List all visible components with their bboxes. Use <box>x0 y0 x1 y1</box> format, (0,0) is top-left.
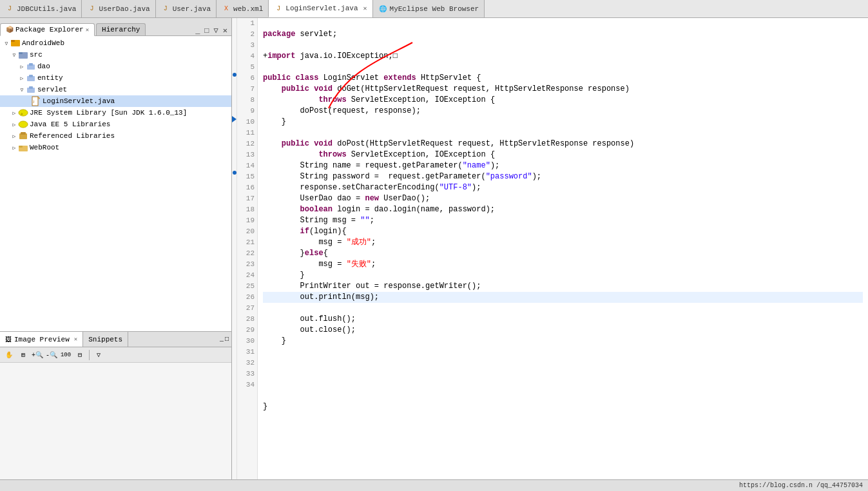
tab-image-preview[interactable]: 🖼 Image Preview ✕ <box>0 332 83 347</box>
tab-package-explorer[interactable]: 📦 Package Explorer ✕ <box>0 23 95 36</box>
expand-arrow: ▷ <box>10 145 18 151</box>
code-line-16: UserDao dao = new UserDao(); <box>263 194 430 203</box>
code-line-20: msg = "成功"; <box>263 238 376 247</box>
svg-rect-7 <box>29 75 33 77</box>
main-area: 📦 Package Explorer ✕ Hierarchy _ □ ▽ ✕ ▽ <box>0 18 868 479</box>
maximize-icon[interactable]: □ <box>225 336 229 343</box>
breakpoint-indicator <box>233 73 236 77</box>
tree-item-entity[interactable]: ▷ entity <box>0 72 231 84</box>
code-scroll[interactable]: 1 2 3 4 5 6 7 8 9 10 11 12 13 14 15 16 1… <box>232 18 868 479</box>
divider <box>89 350 90 360</box>
dropdown-button[interactable]: ▽ <box>92 349 105 361</box>
fit-tool-button[interactable]: ⊞ <box>17 349 30 361</box>
view-menu-icon[interactable]: ▽ <box>213 26 220 35</box>
folder-icon <box>18 142 28 153</box>
tab-webxml[interactable]: X web.xml <box>216 0 269 17</box>
bottom-panel-toolbar: ✋ ⊞ +🔍 -🔍 100 ⊟ ▽ <box>0 347 231 363</box>
left-panel: 📦 Package Explorer ✕ Hierarchy _ □ ▽ ✕ ▽ <box>0 18 232 479</box>
tab-userdao[interactable]: J UserDao.java <box>81 0 155 17</box>
code-line-30 <box>263 358 267 367</box>
code-line-21: }else{ <box>263 249 328 258</box>
expand-arrow: ▷ <box>18 75 26 81</box>
tree-item-loginservlet[interactable]: J LoginServlet.java <box>0 95 231 107</box>
tree-item-androidweb[interactable]: ▽ AndroidWeb <box>0 37 231 49</box>
bottom-left-panel: 🖼 Image Preview ✕ Snippets _ □ ✋ ⊞ +🔍 -🔍… <box>0 331 231 479</box>
fit-window-button[interactable]: ⊟ <box>73 349 86 361</box>
tree-item-dao[interactable]: ▷ dao <box>0 61 231 72</box>
code-line-24: PrintWriter out = response.getWriter(); <box>263 282 481 291</box>
code-line-14: String password = request.getParameter("… <box>263 172 541 181</box>
code-line-12: throws ServletException, IOException { <box>263 150 495 159</box>
tree-item-webroot[interactable]: ▷ WebRoot <box>0 142 231 153</box>
tree-item-jre[interactable]: ▷ ☕ JRE System Library [Sun JDK 1.6.0_13… <box>0 107 231 119</box>
maximize-icon[interactable]: □ <box>203 26 210 35</box>
zoom-in-button[interactable]: +🔍 <box>31 349 44 361</box>
tree-item-src[interactable]: ▽ src <box>0 49 231 61</box>
zoom-100-button[interactable]: 100 <box>59 349 72 361</box>
code-line-11: public void doPost(HttpServletRequest re… <box>263 139 634 148</box>
code-editor: 1 2 3 4 5 6 7 8 9 10 11 12 13 14 15 16 1… <box>232 18 868 479</box>
svg-rect-9 <box>29 86 33 89</box>
code-line-17: boolean login = dao.login(name, password… <box>263 205 495 214</box>
code-line-22: msg = "失败"; <box>263 260 376 269</box>
close-panel-icon[interactable]: ✕ <box>222 26 229 35</box>
code-line-4 <box>263 63 267 72</box>
tree-item-servlet[interactable]: ▽ servlet <box>0 84 231 95</box>
code-line-3: +import java.io.IOException;□ <box>263 52 398 61</box>
line-numbers: 1 2 3 4 5 6 7 8 9 10 11 12 13 14 15 16 1… <box>237 18 258 479</box>
svg-rect-1 <box>11 40 15 42</box>
expand-arrow: ▷ <box>10 133 18 139</box>
browser-icon: 🌐 <box>378 5 387 14</box>
code-line-2 <box>263 41 267 50</box>
expand-arrow: ▽ <box>18 87 26 93</box>
tab-snippets[interactable]: Snippets <box>83 332 128 347</box>
tab-user[interactable]: J User.java <box>155 0 217 17</box>
tree-item-reflibs[interactable]: ▷ Referenced Libraries <box>0 130 231 142</box>
xml-icon: X <box>222 5 231 14</box>
code-line-15: response.setCharacterEncoding("UTF-8"); <box>263 183 481 192</box>
tab-hierarchy[interactable]: Hierarchy <box>96 23 146 35</box>
src-folder-icon <box>18 50 28 60</box>
status-bar: https://blog.csdn.n /qq_44757034 <box>0 479 868 491</box>
svg-rect-20 <box>19 146 23 148</box>
code-line-31 <box>263 369 267 378</box>
code-line-23: } <box>263 271 305 280</box>
code-line-9: } <box>263 117 286 126</box>
code-line-25: out.println(msg); <box>263 292 863 303</box>
tab-jdbcutils[interactable]: J JDBCUtils.java <box>0 0 82 17</box>
image-icon: 🖼 <box>5 336 12 343</box>
tab-close-icon[interactable]: ✕ <box>86 26 89 34</box>
code-line-28: } <box>263 336 286 345</box>
package-icon <box>26 61 36 72</box>
library-icon <box>18 131 28 141</box>
tab-bar: J JDBCUtils.java J UserDao.java J User.j… <box>0 0 868 18</box>
minimize-icon[interactable]: _ <box>194 26 201 35</box>
tree-item-javaee[interactable]: ▷ Java EE 5 Libraries <box>0 119 231 130</box>
expand-arrow: ▽ <box>3 41 10 46</box>
tab-loginservlet[interactable]: J LoginServlet.java ✕ <box>268 0 372 17</box>
code-line-10 <box>263 128 267 137</box>
package-icon <box>26 73 36 83</box>
svg-rect-18 <box>21 132 26 135</box>
bottom-panel-tabs: 🖼 Image Preview ✕ Snippets _ □ <box>0 332 231 347</box>
code-line-26: out.flush(); <box>263 314 356 323</box>
code-line-34: } <box>263 402 267 411</box>
code-line-32 <box>263 380 267 389</box>
library-icon <box>18 119 28 130</box>
svg-rect-5 <box>29 63 33 66</box>
tab-myeclipse[interactable]: 🌐 MyEclipse Web Browser <box>372 0 485 17</box>
tab-close-icon[interactable]: ✕ <box>363 5 367 12</box>
code-line-5: public class LoginServlet extends HttpSe… <box>263 73 481 82</box>
tree-view: ▽ AndroidWeb ▽ src ▷ <box>0 36 231 331</box>
hand-tool-button[interactable]: ✋ <box>3 349 15 361</box>
code-line-1: package servlet; <box>263 30 337 39</box>
margin-bar <box>232 18 237 479</box>
minimize-icon[interactable]: _ <box>220 336 224 343</box>
zoom-out-button[interactable]: -🔍 <box>45 349 58 361</box>
status-text: https://blog.csdn.n /qq_44757034 <box>739 482 863 489</box>
close-icon[interactable]: ✕ <box>74 336 77 343</box>
package-explorer-icon: 📦 <box>6 26 14 34</box>
code-line-19: if(login){ <box>263 227 347 236</box>
execution-arrow <box>232 116 236 122</box>
code-content[interactable]: package servlet; +import java.io.IOExcep… <box>258 18 868 479</box>
